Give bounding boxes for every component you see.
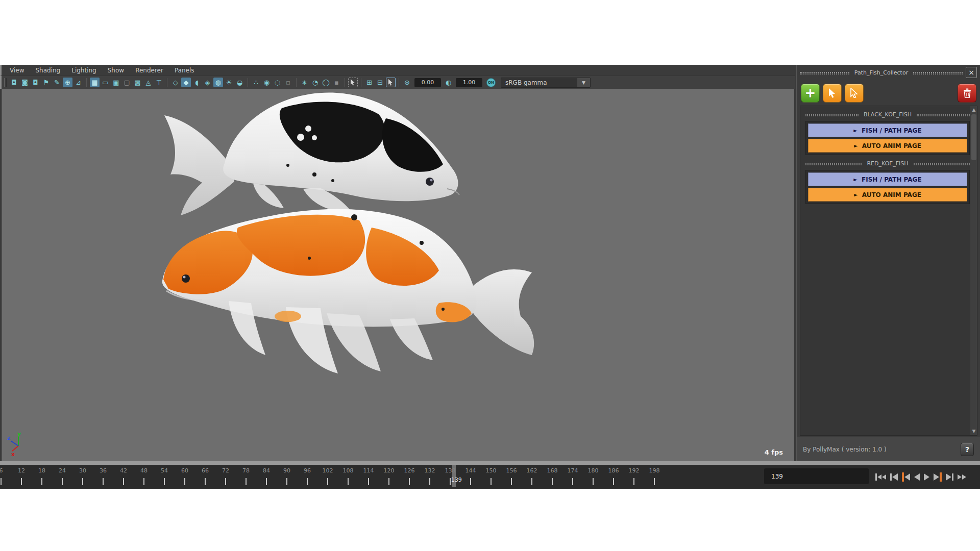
render-override-icon[interactable]: ▪ <box>332 78 341 87</box>
button-label: AUTO ANIM PAGE <box>862 191 921 198</box>
exposure-icon[interactable]: ⊛ <box>402 78 412 87</box>
bloom-icon[interactable]: ∗ <box>300 78 309 87</box>
grid-icon[interactable]: ▦ <box>90 78 100 87</box>
snap-to-point-icon[interactable]: ⊕ <box>63 78 72 87</box>
timeline-frame-label: 30 <box>79 467 86 474</box>
grease-pencil-icon[interactable]: ✎ <box>52 78 62 87</box>
field-chart-icon[interactable]: ▩ <box>133 78 142 87</box>
timeline-tick <box>286 478 287 485</box>
menu-view[interactable]: View <box>10 67 24 74</box>
timeline-frame-label: 126 <box>404 467 415 474</box>
timeline-tick <box>572 478 573 485</box>
timeline-frame-label: 78 <box>242 467 250 474</box>
timeline-frame-label: 36 <box>100 467 107 474</box>
gate-mask-icon[interactable]: ▢ <box>122 78 132 87</box>
camera-lock-icon[interactable]: ◙ <box>20 78 30 87</box>
viewport-3d[interactable]: y z x 4 fps <box>2 89 794 461</box>
depth-of-field-icon[interactable]: ◌ <box>273 78 282 87</box>
colorspace-on-toggle[interactable]: ON <box>486 78 496 87</box>
fish-path-page-button-black[interactable]: ► FISH / PATH PAGE <box>808 123 967 137</box>
auto-anim-page-button-red[interactable]: ► AUTO ANIM PAGE <box>808 188 967 202</box>
menu-show[interactable]: Show <box>108 67 124 74</box>
camera-icon[interactable]: ◘ <box>9 78 19 87</box>
menu-lighting[interactable]: Lighting <box>71 67 96 74</box>
film-gate-icon[interactable]: ▭ <box>101 78 110 87</box>
toolbar-grip[interactable] <box>4 78 7 87</box>
path-fish-collector-panel: Path_Fish_Collector × + <box>796 65 980 461</box>
previous-key-button[interactable] <box>900 469 912 485</box>
timeline-frame-label: 186 <box>608 467 619 474</box>
shadows-icon[interactable]: ◒ <box>235 78 244 87</box>
go-to-start-button[interactable] <box>874 469 888 485</box>
isolate-select-cursor-icon[interactable] <box>386 78 396 87</box>
timeline-tick <box>552 478 553 485</box>
safe-action-icon[interactable]: ◬ <box>143 78 153 87</box>
smooth-shade-icon[interactable]: ◆ <box>181 78 191 87</box>
resolution-gate-icon[interactable]: ▣ <box>111 78 121 87</box>
pick-path-button[interactable] <box>845 84 864 103</box>
textured-icon[interactable]: ◈ <box>203 78 212 87</box>
lens-flare-icon[interactable]: ◔ <box>310 78 320 87</box>
play-forwards-button[interactable] <box>922 469 931 485</box>
multisample-icon[interactable]: ▫ <box>283 78 293 87</box>
go-to-end-button[interactable] <box>956 469 968 485</box>
menu-renderer[interactable]: Renderer <box>135 67 163 74</box>
timeline-tick <box>82 478 83 485</box>
exposure-field[interactable]: 0.00 <box>414 78 441 87</box>
play-arrow-icon: ► <box>853 177 857 182</box>
fish-path-page-button-red[interactable]: ► FISH / PATH PAGE <box>808 172 967 186</box>
timeline-frame-label: 174 <box>568 467 578 474</box>
motion-blur-icon[interactable]: ◉ <box>262 78 272 87</box>
default-material-icon[interactable]: ◍ <box>213 78 223 87</box>
koi-fish-render <box>2 89 794 461</box>
header-dotted-line <box>800 72 849 74</box>
pen-tool-icon[interactable]: ⊿ <box>74 78 83 87</box>
camera-settings-icon[interactable]: ◘ <box>31 78 40 87</box>
menu-shading[interactable]: Shading <box>35 67 60 74</box>
toolbar-separator <box>296 78 297 87</box>
timeline-frame-label: 108 <box>343 467 354 474</box>
gamma-contrast-icon[interactable]: ◐ <box>444 78 453 87</box>
section-separator: RED_KOE_FISH <box>803 160 972 167</box>
timeline-tick <box>368 478 369 485</box>
panel-header: Path_Fish_Collector × <box>797 65 980 80</box>
toolbar-separator <box>345 78 345 87</box>
scroll-down-icon[interactable]: ▼ <box>970 428 977 435</box>
timeline-frame-label: 6 <box>0 467 3 474</box>
auto-anim-page-button-black[interactable]: ► AUTO ANIM PAGE <box>808 139 967 153</box>
close-icon[interactable]: × <box>966 67 977 78</box>
timeline-frame-label: 132 <box>425 467 435 474</box>
wireframe-icon[interactable]: ◇ <box>170 78 180 87</box>
select-tool-icon[interactable] <box>348 78 358 87</box>
occlusion-icon[interactable]: ∴ <box>251 78 261 87</box>
bookmark-icon[interactable]: ⚑ <box>41 78 51 87</box>
gamma-field[interactable]: 1.00 <box>456 78 482 87</box>
author-version-text: By PollyMax ( version: 1.0 ) <box>803 446 961 453</box>
panel-scrollbar[interactable]: ▲ ▼ <box>970 106 977 435</box>
timeline-tick <box>470 478 471 485</box>
menu-panels[interactable]: Panels <box>175 67 194 74</box>
scrollbar-thumb[interactable] <box>971 114 976 160</box>
fog-icon[interactable]: ◯ <box>321 78 331 87</box>
isolate-add-icon[interactable]: ⊟ <box>375 78 385 87</box>
lights-icon[interactable]: ☀ <box>224 78 234 87</box>
delete-fish-button[interactable] <box>958 84 976 103</box>
scroll-up-icon[interactable]: ▲ <box>970 107 977 113</box>
help-button[interactable]: ? <box>961 443 974 456</box>
step-forward-frame-button[interactable] <box>944 469 955 485</box>
pick-fish-button[interactable] <box>823 84 842 103</box>
timeline-playhead[interactable] <box>452 465 456 487</box>
timeline-tick <box>266 478 267 485</box>
toolbar-separator <box>361 78 361 87</box>
next-key-button[interactable] <box>932 469 943 485</box>
play-backwards-button[interactable] <box>913 469 921 485</box>
time-slider-ruler[interactable]: 6121824303642485460667278849096102108114… <box>0 465 761 489</box>
current-frame-field[interactable]: 139 <box>764 468 869 484</box>
isolate-selected-icon[interactable]: ⊞ <box>364 78 374 87</box>
step-back-frame-button[interactable] <box>889 469 899 485</box>
safe-title-icon[interactable]: ⊤ <box>154 78 164 87</box>
colorspace-dropdown[interactable]: sRGB gamma ▼ <box>501 78 591 88</box>
add-fish-button[interactable]: + <box>801 84 820 103</box>
timeline-tick <box>429 478 430 485</box>
flat-shade-icon[interactable]: ◖ <box>192 78 202 87</box>
